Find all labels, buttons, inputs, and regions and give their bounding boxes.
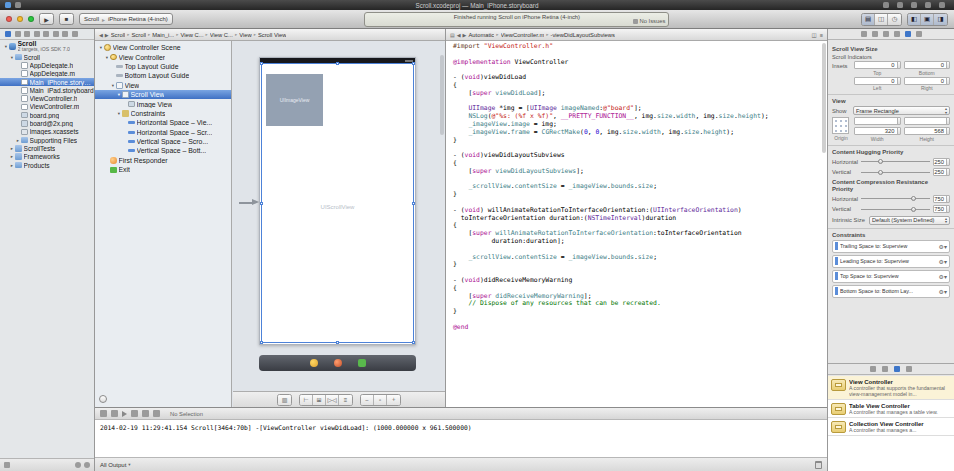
- nav-item[interactable]: ▸ScrollTests: [0, 144, 94, 152]
- nav-item[interactable]: ViewController.h: [0, 94, 94, 102]
- outline-item[interactable]: Horizontal Space – Vie...: [95, 118, 231, 127]
- constraint-row[interactable]: Trailing Space to: Superview⚙▾: [832, 240, 950, 253]
- log-navigator-tab[interactable]: [72, 31, 78, 37]
- nav-item[interactable]: ▸Products: [0, 161, 94, 169]
- back-icon[interactable]: ◀: [99, 32, 103, 38]
- outline-item[interactable]: Image View: [95, 99, 231, 108]
- stepper[interactable]: [946, 206, 949, 212]
- constraint-row[interactable]: Top Space to: Superview⚙▾: [832, 270, 950, 283]
- nav-item[interactable]: AppDelegate.m: [0, 70, 94, 78]
- gear-icon[interactable]: ⚙▾: [939, 258, 947, 265]
- nav-item[interactable]: ▾Scroll: [0, 53, 94, 61]
- related-items-icon[interactable]: ▤: [450, 32, 455, 38]
- nav-item[interactable]: AppDelegate.h: [0, 61, 94, 69]
- resize-handle[interactable]: [260, 341, 263, 344]
- file-inspector-tab[interactable]: [861, 31, 867, 37]
- jumpbar-item[interactable]: Scroll View: [258, 32, 287, 38]
- scroll-view-selection[interactable]: UIImageView UIScrollView: [261, 63, 414, 343]
- stop-button[interactable]: ■: [59, 13, 74, 25]
- stepper[interactable]: [946, 62, 949, 68]
- file-template-library-tab[interactable]: [870, 366, 876, 372]
- hug-vertical-field[interactable]: 250: [933, 168, 950, 176]
- outline-item[interactable]: Horizontal Space – Scr...: [95, 128, 231, 137]
- resistance-horizontal-field[interactable]: 750: [933, 195, 950, 203]
- nav-item[interactable]: board.png: [0, 111, 94, 119]
- resize-handle[interactable]: [412, 341, 415, 344]
- toggle-debug-area-button[interactable]: ▣: [921, 14, 934, 25]
- recent-files-filter-icon[interactable]: [75, 462, 81, 468]
- constraint-row[interactable]: Bottom Space to: Bottom Lay...⚙▾: [832, 285, 950, 298]
- jumpbar-item[interactable]: Scroll: [131, 32, 146, 38]
- intrinsic-size-dropdown[interactable]: Default (System Defined) ▴▾: [869, 216, 950, 225]
- first-responder-dock-icon[interactable]: [334, 359, 342, 367]
- search-navigator-tab[interactable]: [24, 31, 30, 37]
- width-field[interactable]: 320: [854, 127, 901, 135]
- x-field[interactable]: [854, 117, 901, 125]
- gear-icon[interactable]: ⚙▾: [939, 243, 947, 250]
- code-snippet-library-tab[interactable]: [882, 366, 888, 372]
- status-icon[interactable]: [883, 2, 889, 8]
- resistance-vertical-slider[interactable]: [861, 206, 930, 213]
- nav-item[interactable]: ViewController.m: [0, 103, 94, 111]
- zoom-window-button[interactable]: [28, 16, 34, 22]
- project-row[interactable]: ▾ Scroll 2 targets, iOS SDK 7.0: [0, 40, 94, 53]
- resize-handle[interactable]: [412, 62, 415, 65]
- outline-item[interactable]: First Responder: [95, 156, 231, 165]
- jumpbar-item[interactable]: View C...: [180, 32, 203, 38]
- clock-icon[interactable]: [939, 2, 945, 8]
- initial-view-controller-arrow[interactable]: [239, 199, 259, 206]
- breakpoint-navigator-tab[interactable]: [62, 31, 68, 37]
- symbol-navigator-tab[interactable]: [15, 31, 21, 37]
- stepper[interactable]: [946, 78, 949, 84]
- stepper[interactable]: [946, 118, 949, 124]
- hug-horizontal-field[interactable]: 250: [933, 158, 950, 166]
- gear-icon[interactable]: ⚙▾: [939, 288, 947, 295]
- add-icon[interactable]: [4, 462, 10, 468]
- jumpbar-item[interactable]: ViewController.m: [501, 32, 545, 38]
- storyboard-canvas[interactable]: UIImageView UIScrollView ▥ ⊢ ⊞ ▷◁ ≡ − ▫ …: [233, 41, 445, 407]
- clear-console-icon[interactable]: [815, 461, 822, 469]
- gear-icon[interactable]: ⚙▾: [939, 273, 947, 280]
- assistant-editor-button[interactable]: ◫: [875, 14, 888, 25]
- image-view[interactable]: UIImageView: [266, 74, 323, 126]
- step-out-button[interactable]: [153, 410, 160, 417]
- zoom-reset-button[interactable]: ▫: [374, 395, 387, 405]
- exit-dock-icon[interactable]: [358, 359, 366, 367]
- align-button[interactable]: ⊢: [300, 395, 313, 405]
- outline-item[interactable]: ▾View Controller Scene: [95, 43, 231, 52]
- stepper[interactable]: [897, 62, 900, 68]
- outline-item[interactable]: Bottom Layout Guide: [95, 71, 231, 80]
- outline-item[interactable]: Top Layout Guide: [95, 62, 231, 71]
- hug-horizontal-slider[interactable]: [861, 158, 930, 165]
- library-item[interactable]: Collection View ControllerA controller t…: [828, 418, 954, 436]
- scm-status-filter-icon[interactable]: [84, 462, 90, 468]
- step-over-button[interactable]: [131, 410, 138, 417]
- view-controller-dock-icon[interactable]: [310, 359, 318, 367]
- stepper[interactable]: [946, 196, 949, 202]
- nav-item[interactable]: ▸Frameworks: [0, 153, 94, 161]
- constraint-row[interactable]: Leading Space to: Superview⚙▾: [832, 255, 950, 268]
- stepper[interactable]: [946, 128, 949, 134]
- library-item[interactable]: Table View ControllerA controller that m…: [828, 400, 954, 418]
- stepper[interactable]: [897, 128, 900, 134]
- run-button[interactable]: ▶: [39, 13, 54, 25]
- attributes-inspector-tab[interactable]: [894, 31, 900, 37]
- outline-item[interactable]: ▾Constraints: [95, 109, 231, 118]
- height-field[interactable]: 568: [904, 127, 951, 135]
- quick-help-tab[interactable]: [872, 31, 878, 37]
- back-icon[interactable]: ◀: [457, 32, 461, 38]
- continue-button[interactable]: [122, 411, 127, 417]
- toggle-utilities-button[interactable]: ◨: [934, 14, 947, 25]
- outline-item[interactable]: ▾View: [95, 81, 231, 90]
- connections-inspector-tab[interactable]: [916, 31, 922, 37]
- forward-icon[interactable]: ▶: [463, 32, 467, 38]
- nav-item[interactable]: Main_iPad.storyboard: [0, 86, 94, 94]
- resize-handle[interactable]: [336, 341, 339, 344]
- object-library-tab[interactable]: [894, 366, 900, 372]
- outline-item[interactable]: Exit: [95, 165, 231, 174]
- inset-top-field[interactable]: 0: [854, 61, 901, 69]
- nav-item[interactable]: ▸Supporting Files: [0, 136, 94, 144]
- inset-right-field[interactable]: 0: [904, 77, 951, 85]
- breakpoints-toggle-button[interactable]: [111, 410, 118, 417]
- console-output[interactable]: 2014-02-19 11:29:41.154 Scroll[3464:70b]…: [95, 420, 827, 435]
